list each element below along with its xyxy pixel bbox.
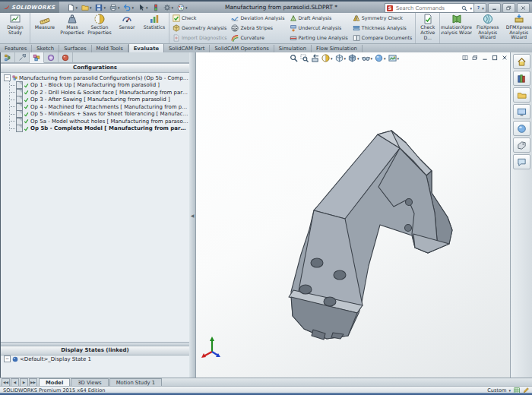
save-button[interactable]: ▾: [93, 2, 107, 12]
import-diagnostics-button[interactable]: Import Diagnostics: [172, 33, 227, 43]
search-commands-box[interactable]: S ▾: [385, 3, 474, 13]
configuration-item-7[interactable]: Op 5b - Complete Model [ Manufacturing f…: [4, 125, 189, 133]
search-magnifier-icon[interactable]: [461, 5, 467, 11]
3d-model-bracket[interactable]: [228, 114, 511, 357]
display-style-dropdown[interactable]: ▾: [357, 56, 359, 61]
mass-properties-button[interactable]: Mass Properties: [59, 12, 86, 43]
solidworks-resources-button[interactable]: [513, 54, 530, 69]
close-button[interactable]: [517, 3, 530, 13]
hide-show-items-dropdown[interactable]: ▾: [371, 56, 373, 61]
save-dropdown[interactable]: ▾: [103, 5, 106, 10]
rebuild-button[interactable]: [150, 2, 161, 12]
display-state-item[interactable]: − <Default>_Display State 1: [4, 356, 91, 362]
restore-doc-button[interactable]: [470, 54, 479, 61]
configuration-item-6[interactable]: Op 5a - Model without holes [ Manufactur…: [4, 118, 189, 125]
display-style-button[interactable]: ▾: [347, 53, 360, 63]
help-dropdown[interactable]: ▾: [482, 6, 484, 11]
zoom-to-fit-button[interactable]: [289, 53, 299, 63]
doc-tab-surfaces[interactable]: Surfaces: [59, 45, 91, 52]
zoom-to-area-button[interactable]: [299, 53, 309, 63]
section-view-button[interactable]: ▾: [321, 53, 334, 63]
new-button[interactable]: ▾: [65, 2, 79, 12]
dfmxpress-analysis-wizard-button[interactable]: DFMXpress Analysis Wizard: [503, 12, 532, 43]
select-button[interactable]: ▾: [136, 2, 150, 12]
open-dropdown[interactable]: ▾: [90, 5, 92, 10]
appearances-scenes-button[interactable]: [513, 121, 530, 136]
panel-tab-dimxpertmanager[interactable]: [44, 52, 59, 62]
panel-tab-propertymanager[interactable]: [15, 52, 30, 62]
thickness-analysis-button[interactable]: Thickness Analysis: [352, 24, 413, 33]
options-button[interactable]: ▾: [162, 2, 176, 12]
check-active-document-button[interactable]: Check Active D...: [416, 12, 439, 43]
section-view-dropdown[interactable]: ▾: [331, 56, 333, 61]
doc-tab-sketch[interactable]: Sketch: [32, 45, 59, 52]
doc-tab-mold-tools[interactable]: Mold Tools: [92, 45, 128, 52]
doc-tab-simulation[interactable]: Simulation: [274, 45, 312, 52]
graphics-viewport[interactable]: ▾ ▾ ▾ ▾ ▾ ▾: [196, 52, 511, 378]
apply-scene-dropdown[interactable]: ▾: [397, 56, 400, 61]
restore-button[interactable]: [502, 3, 515, 13]
curvature-button[interactable]: Curvature: [230, 33, 285, 43]
check-button[interactable]: Check: [172, 14, 227, 23]
doc-tab-features[interactable]: Features: [0, 45, 32, 52]
undo-dropdown[interactable]: ▾: [131, 5, 134, 10]
file-explorer-button[interactable]: [513, 87, 530, 103]
minimize-button[interactable]: [488, 3, 501, 13]
doc-tab-solidcam-operations[interactable]: SolidCAM Operations: [210, 45, 274, 52]
simulationxpress-analysis-wizard-button[interactable]: SimulationXpress Analysis Wizard: [441, 12, 472, 43]
splitter-collapse-icon[interactable]: ◀: [191, 213, 195, 218]
geometry-analysis-button[interactable]: Geometry Analysis: [172, 24, 227, 33]
edit-appearance-button[interactable]: ▾: [374, 53, 387, 63]
panel-splitter[interactable]: ◀: [189, 52, 196, 378]
panel-tab-configurationmanager[interactable]: [30, 52, 44, 63]
parting-line-analysis-button[interactable]: Parting Line Analysis: [289, 33, 349, 43]
apply-scene-button[interactable]: ▾: [388, 53, 401, 63]
configuration-item-4[interactable]: Op 4 - Machined for Attachments [ Manufa…: [4, 103, 189, 111]
view-orientation-button[interactable]: ▾: [334, 53, 347, 63]
search-scope-dropdown[interactable]: ▾: [470, 6, 472, 11]
floxpress-analysis-wizard-button[interactable]: FloXpress Analysis Wizard: [472, 12, 503, 43]
edit-appearance-dropdown[interactable]: ▾: [384, 56, 386, 61]
open-button[interactable]: ▾: [80, 2, 93, 12]
forum-button[interactable]: [513, 154, 530, 169]
options-dropdown[interactable]: ▾: [172, 5, 174, 10]
zebra-stripes-button[interactable]: Zebra Stripes: [230, 24, 285, 33]
maximize-doc-button[interactable]: [490, 54, 499, 61]
print-dropdown[interactable]: ▾: [118, 5, 120, 10]
split-view-button[interactable]: [461, 54, 469, 61]
statistics-button[interactable]: Statistics: [141, 12, 168, 43]
view-palette-button[interactable]: [513, 104, 530, 119]
compare-documents-button[interactable]: Compare Documents: [352, 33, 413, 43]
measure-button[interactable]: Measure: [31, 12, 59, 43]
panel-tab-displaymanager[interactable]: [59, 52, 73, 62]
select-dropdown[interactable]: ▾: [146, 5, 148, 10]
draft-analysis-button[interactable]: Draft Analysis: [289, 14, 349, 23]
doc-tab-flow-simulation[interactable]: Flow Simulation: [312, 45, 363, 52]
edit-appearance-dropdown[interactable]: ▾: [185, 5, 188, 10]
edit-appearance-button[interactable]: ▾: [176, 2, 189, 12]
search-input[interactable]: [394, 5, 460, 12]
minimize-doc-button[interactable]: [480, 54, 489, 61]
design-study-button[interactable]: Design Study: [2, 12, 29, 43]
sensor-button[interactable]: Sensor: [113, 12, 141, 43]
deviation-analysis-button[interactable]: Deviation Analysis: [230, 14, 285, 23]
doc-tab-evaluate[interactable]: Evaluate: [128, 43, 164, 52]
design-library-button[interactable]: [513, 71, 530, 86]
view-orientation-dropdown[interactable]: ▾: [344, 56, 347, 61]
tree-root-expander[interactable]: −: [4, 74, 11, 81]
new-dropdown[interactable]: ▾: [75, 5, 78, 10]
configuration-item-3[interactable]: Op 3 - After Sawing [ Manufacturing from…: [4, 96, 189, 104]
display-state-expander[interactable]: −: [4, 356, 11, 362]
section-properties-button[interactable]: Section Properties: [86, 12, 113, 43]
previous-view-button[interactable]: [310, 53, 320, 63]
symmetry-check-button[interactable]: Symmetry Check: [352, 14, 413, 23]
custom-properties-button[interactable]: [513, 137, 530, 153]
configuration-item-5[interactable]: Op 5 - MiniGears + Saws for Sheet Tolera…: [4, 111, 189, 118]
undercut-analysis-button[interactable]: Undercut Analysis: [289, 24, 349, 33]
configuration-item-2[interactable]: Op 2 - Drill Holes & Socket face [ Manuf…: [4, 89, 189, 96]
configuration-item-1[interactable]: Op 1 - Block Up [ Manufacturing from par…: [4, 82, 189, 90]
help-button[interactable]: ? ▾: [473, 3, 486, 13]
undo-button[interactable]: ▾: [122, 2, 135, 12]
hide-show-items-button[interactable]: ▾: [361, 53, 374, 63]
close-doc-button[interactable]: [500, 54, 508, 61]
